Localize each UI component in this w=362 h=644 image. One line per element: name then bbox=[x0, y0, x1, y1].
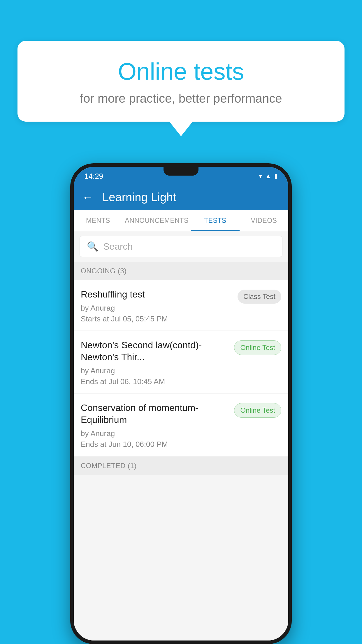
bubble-arrow bbox=[169, 122, 193, 136]
test-name-conservation: Conservation of momentum-Equilibrium bbox=[81, 402, 229, 426]
status-icons: ▾ ▲ ▮ bbox=[259, 172, 278, 180]
content-area: ONGOING (3) Reshuffling test by Anurag S… bbox=[74, 262, 288, 640]
wifi-icon: ▾ bbox=[259, 172, 262, 180]
phone-screen: 14:29 ▾ ▲ ▮ ← Learning Light MENTS ANNOU… bbox=[74, 167, 288, 640]
test-date-conservation: Ends at Jun 10, 06:00 PM bbox=[81, 440, 229, 449]
test-by-reshuffling: by Anurag bbox=[81, 304, 233, 313]
bubble-subtitle: for more practice, better performance bbox=[41, 92, 321, 106]
completed-section-header: COMPLETED (1) bbox=[74, 456, 288, 475]
tab-ments[interactable]: MENTS bbox=[74, 210, 122, 231]
phone-frame: 14:29 ▾ ▲ ▮ ← Learning Light MENTS ANNOU… bbox=[70, 163, 292, 644]
bubble-title: Online tests bbox=[41, 58, 321, 85]
signal-icon: ▲ bbox=[265, 172, 271, 180]
test-by-newtons: by Anurag bbox=[81, 366, 229, 375]
test-item-newtons[interactable]: Newton's Second law(contd)-Newton's Thir… bbox=[74, 331, 288, 393]
search-bar[interactable]: 🔍 Search bbox=[80, 236, 282, 257]
phone-wrapper: 14:29 ▾ ▲ ▮ ← Learning Light MENTS ANNOU… bbox=[23, 163, 339, 644]
test-badge-reshuffling: Class Test bbox=[238, 290, 281, 304]
test-info-conservation: Conservation of momentum-Equilibrium by … bbox=[81, 402, 229, 449]
test-item-conservation[interactable]: Conservation of momentum-Equilibrium by … bbox=[74, 394, 288, 456]
test-date-newtons: Ends at Jul 06, 10:45 AM bbox=[81, 377, 229, 386]
test-date-reshuffling: Starts at Jul 05, 05:45 PM bbox=[81, 314, 233, 323]
search-placeholder: Search bbox=[103, 241, 133, 252]
ongoing-section-header: ONGOING (3) bbox=[74, 262, 288, 280]
tab-announcements[interactable]: ANNOUNCEMENTS bbox=[122, 210, 191, 231]
app-title: Learning Light bbox=[102, 191, 176, 204]
tab-tests[interactable]: TESTS bbox=[191, 210, 240, 231]
tabs-container: MENTS ANNOUNCEMENTS TESTS VIDEOS bbox=[74, 210, 288, 231]
battery-icon: ▮ bbox=[274, 172, 278, 180]
app-header: ← Learning Light bbox=[74, 184, 288, 210]
test-name-reshuffling: Reshuffling test bbox=[81, 288, 233, 301]
speech-bubble-section: Online tests for more practice, better p… bbox=[17, 41, 345, 136]
status-time: 14:29 bbox=[84, 172, 103, 181]
test-name-newtons: Newton's Second law(contd)-Newton's Thir… bbox=[81, 339, 229, 363]
test-by-conservation: by Anurag bbox=[81, 429, 229, 438]
test-badge-conservation: Online Test bbox=[234, 403, 281, 418]
ongoing-section-title: ONGOING (3) bbox=[81, 267, 127, 275]
completed-section-title: COMPLETED (1) bbox=[81, 462, 137, 470]
search-container: 🔍 Search bbox=[74, 231, 288, 262]
speech-bubble-card: Online tests for more practice, better p… bbox=[17, 41, 345, 122]
phone-notch bbox=[164, 167, 198, 176]
search-icon: 🔍 bbox=[87, 241, 99, 252]
test-badge-newtons: Online Test bbox=[234, 340, 281, 355]
back-button[interactable]: ← bbox=[82, 191, 94, 204]
test-item-reshuffling[interactable]: Reshuffling test by Anurag Starts at Jul… bbox=[74, 280, 288, 330]
test-info-reshuffling: Reshuffling test by Anurag Starts at Jul… bbox=[81, 288, 233, 323]
test-info-newtons: Newton's Second law(contd)-Newton's Thir… bbox=[81, 339, 229, 386]
tab-videos[interactable]: VIDEOS bbox=[240, 210, 288, 231]
